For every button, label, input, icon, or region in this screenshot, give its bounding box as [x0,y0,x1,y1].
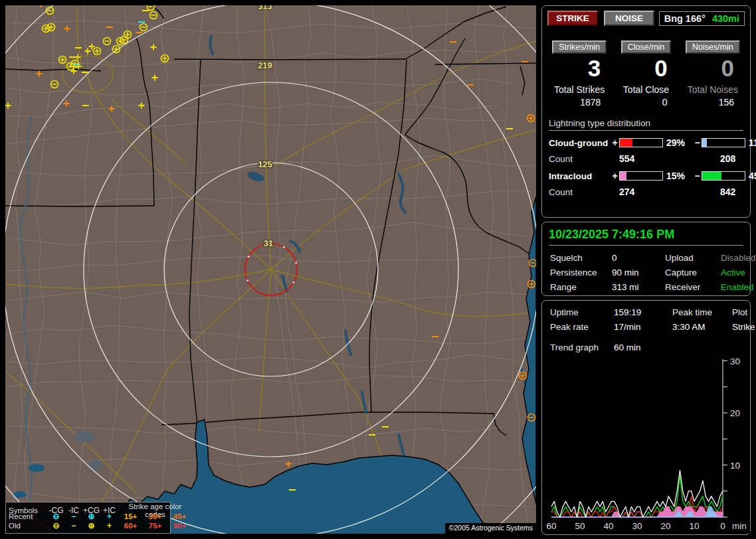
peak-rate-value: 17/min [614,322,672,332]
y-tick-label: 10 [730,461,740,471]
circle-plus-icon: ⊕ [82,512,100,521]
trend-graph-label: Trend graph [550,343,614,352]
strike-mode-button[interactable]: STRIKE [547,11,598,26]
plot-value: Strike [732,322,755,332]
uptime-grid: Uptime 159:19 Peak time Plot Peak rate 1… [550,307,743,332]
legend-old-label: Old [9,522,47,530]
ic-minus-percent: 45% [745,171,756,181]
total-close-label: Total Close [613,84,679,95]
receiver-label: Receiver [665,282,721,292]
ic-plus-bar-fill [620,172,626,180]
trend-plot-bg [543,354,750,533]
plus-sign: + [611,137,619,148]
total-noises-value: 156 [680,97,746,108]
cg-plus-count: 554 [619,153,720,164]
strikes-per-min-value: 3 [546,55,613,83]
peak-time-label: Peak time [672,307,732,317]
y-tick-label: 20 [730,408,740,418]
squelch-value: 0 [612,253,665,263]
ring-dot [283,246,285,248]
map-canvas[interactable]: 31321912531 [5,5,536,534]
cg-minus-bar-fill [702,139,707,147]
range-label: Range [550,282,612,292]
age-60: 60+ [118,522,143,530]
range-value: 313 mi [612,282,665,292]
circle-minus-icon: ⊖ [47,512,65,521]
bearing-readout: Bng 166°430mi [659,11,745,26]
ic-plus-count: 274 [619,187,720,197]
circle-minus-icon: ⊖ [47,521,65,530]
x-tick-label: 20 [660,521,670,531]
trend-graph: 1020306050403020100min [543,354,750,533]
total-strikes-value: 1878 [546,97,613,108]
trend-window-value: 60 min [614,343,743,352]
noise-mode-button[interactable]: NOISE [604,11,654,26]
cg-plus-bar-fill [620,139,632,147]
minus-icon: − [65,512,82,521]
ic-plus-bar [619,171,663,181]
peak-rate-label: Peak rate [550,322,614,332]
cg-plus-bar [619,138,663,147]
cloud-ground-label: Cloud-ground [549,138,611,148]
intracloud-label: Intracloud [549,171,611,181]
minus-sign: − [693,137,702,148]
plot-label: Plot [732,307,755,317]
y-tick-label: 30 [730,356,740,366]
ring-dot [246,279,248,281]
close-per-min-button[interactable]: Close/min [621,40,672,54]
ic-minus-count: 842 [720,187,743,197]
age-90: 90+ [167,522,192,530]
date-time: 10/23/2025 7:49:16 PM [549,228,743,246]
distribution-title: Lightning type distribution [549,118,743,131]
copyright-notice: ©2005 Astrogenic Systems [445,523,536,534]
ring-label-313: 313 [258,5,272,11]
bearing-distance: 430mi [712,13,739,24]
x-tick-label: 40 [603,521,613,531]
lake-pontchartrain [74,431,94,443]
ring-dot [293,281,295,283]
x-tick-label: 60 [546,521,556,531]
strikes-per-min-button[interactable]: Strikes/min [552,40,607,54]
legend-header-row: Symbols -CG -IC +CG +IC Strike age color… [6,502,170,512]
legend-recent-row: Recent ⊖ − ⊕ + 15+ 30+ 45+ [6,512,170,521]
x-tick-label: 0 [720,521,725,531]
lightning-map[interactable]: 31321912531 Symbols -CG -IC +CG +IC Stri… [5,5,536,534]
cg-minus-count: 208 [720,153,743,164]
peak-time-value: 3:30 AM [672,322,732,332]
uptime-value: 159:19 [614,307,672,317]
total-noises-label: Total Noises [680,84,746,95]
status-panel: STRIKE NOISE Bng 166°430mi Strikes/min 3… [539,0,756,539]
persistence-label: Persistence [550,268,612,277]
cloud-ground-count-row: Count 554 208 [549,153,743,164]
minus-icon: − [65,521,82,530]
receiver-status-grid: Squelch 0 Upload Disabled Persistence 90… [550,253,743,292]
trend-box: Uptime 159:19 Peak time Plot Peak rate 1… [541,300,751,535]
close-per-min-value: 0 [613,55,679,83]
noises-per-min-button[interactable]: Noises/min [686,40,740,54]
legend-old-row: Old ⊖ − ⊕ + 60+ 75+ 90+ [6,521,170,530]
receiver-state: Enabled [721,282,756,292]
trend-graph-row: Trend graph 60 min [550,343,743,352]
ring-label-31: 31 [264,238,273,248]
circle-plus-icon: ⊕ [82,521,100,530]
persistence-value: 90 min [612,268,665,277]
strikes-column: Strikes/min 3 Total Strikes 1878 [546,40,613,108]
plus-sign: + [611,171,619,181]
minus-sign: − [693,171,702,181]
cg-plus-percent: 29% [663,137,693,148]
clock-status-box: 10/23/2025 7:49:16 PM Squelch 0 Upload D… [541,222,751,296]
map-legend: Symbols -CG -IC +CG +IC Strike age color… [5,502,171,534]
ring-dot [295,262,297,264]
ring-dot [248,256,250,258]
x-tick-label: 30 [632,521,642,531]
x-unit-label: min [732,521,747,531]
ic-minus-bar [702,171,745,181]
age-45: 45+ [167,512,192,520]
capture-state: Active [721,268,756,277]
nexstorm-window: 31321912531 Symbols -CG -IC +CG +IC Stri… [0,0,756,539]
lightning-type-distribution: Lightning type distribution Cloud-ground… [549,118,743,197]
uptime-label: Uptime [550,307,614,317]
intracloud-row: Intracloud + 15% − 45% [549,171,743,181]
total-close-value: 0 [613,97,679,108]
plus-icon: + [100,521,118,530]
